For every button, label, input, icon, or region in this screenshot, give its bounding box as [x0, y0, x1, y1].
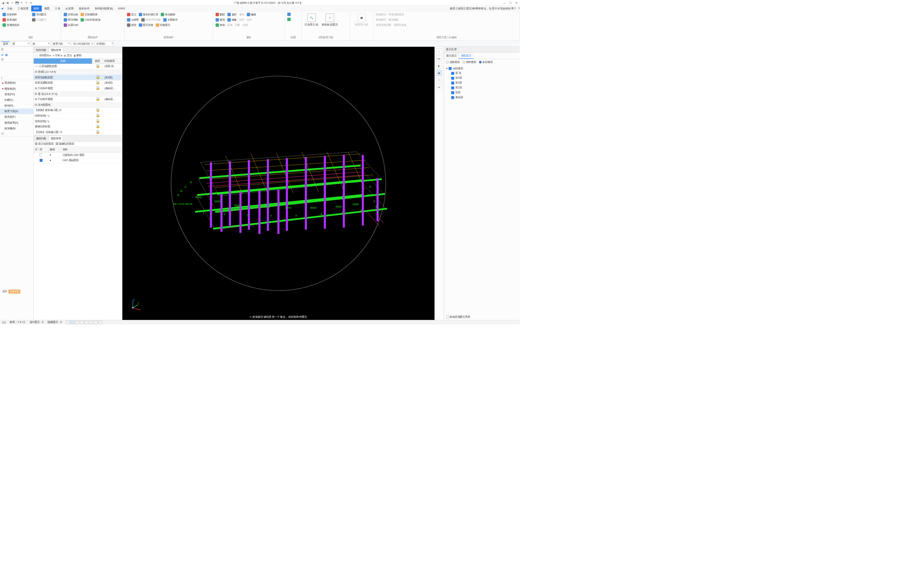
radio-current-floor[interactable]: 当前楼层 — [446, 60, 460, 64]
open-icon[interactable]: ⤢ — [11, 1, 14, 5]
status-icon-8[interactable] — [99, 321, 102, 324]
show-layer-button[interactable]: ▦ 显示指定图层 — [35, 142, 53, 146]
status-icon-2[interactable] — [71, 321, 74, 324]
define-button[interactable]: 定义 — [126, 12, 137, 17]
trim-button[interactable]: 修剪 — [239, 12, 245, 17]
status-icon-5[interactable] — [85, 321, 89, 324]
apply-same-button[interactable]: 应用同名板 — [393, 23, 407, 27]
fullscreen-icon[interactable]: ⛶ — [436, 77, 442, 83]
floor-node[interactable]: 屋 顶 — [446, 71, 518, 76]
copy-rebar-button[interactable]: 复制钢筋 — [388, 18, 400, 22]
locate-button[interactable]: ⊕ 定位 — [64, 53, 72, 57]
drawing-row[interactable]: 【结构】 结构施工图 +2🔓 — [34, 130, 122, 135]
floor-node[interactable]: 基础层 — [446, 95, 518, 100]
leftnav-item[interactable]: 柱帽(V) — [0, 97, 33, 103]
select-tab[interactable]: 选择 — [1, 41, 10, 46]
merge-button[interactable]: 合并 — [246, 18, 253, 22]
settings-icon[interactable]: ⚙ — [436, 84, 442, 90]
length-dim-button[interactable]: 长度标注 — [162, 18, 179, 22]
status-icon-4[interactable] — [80, 321, 84, 324]
align-button[interactable]: 对齐 — [239, 18, 245, 22]
view-cube-icon[interactable]: ▦ — [436, 70, 442, 76]
batch-select-button[interactable]: 批量选择 — [2, 18, 60, 22]
pick-component-button[interactable]: 拾取构件 — [2, 12, 60, 17]
new-icon[interactable]: ▤ — [6, 1, 10, 5]
aux-axis-button[interactable]: 两点辅轴 — [160, 12, 176, 17]
leftnav-item[interactable]: 楼层板带(H) — [0, 120, 33, 126]
view-layout-button[interactable]: 查看布筋情况 — [388, 12, 405, 17]
drawing-row[interactable]: 柱子结构平面图🔓(基础层,... — [34, 86, 122, 92]
edit-label-button[interactable]: 查改标注 — [375, 18, 387, 22]
mirror-button[interactable]: 镜像 — [226, 18, 237, 22]
maximize-icon[interactable]: ▢ — [509, 0, 513, 5]
set-scale-button[interactable]: 设置比例 — [63, 12, 79, 17]
sel-category[interactable]: 板 — [31, 41, 50, 46]
floor-node[interactable]: 首层 — [446, 90, 518, 95]
layer-row[interactable]: ▸CAD 原始图层 — [34, 158, 122, 163]
sel-spec[interactable]: SLJ-A10@150 — [72, 42, 94, 46]
drawing-row[interactable]: 结构说明(一)🔓 — [34, 113, 122, 119]
delete-button[interactable]: 删除 — [215, 12, 226, 17]
drawing-row[interactable]: ⊟ 未对应图纸 — [34, 102, 122, 108]
rotate-button[interactable]: 旋转 — [226, 12, 237, 17]
status-icon-1[interactable] — [66, 321, 70, 324]
drawing-row[interactable]: 四层顶梁配筋图🔓(第4层) — [34, 80, 122, 86]
tab-property-list[interactable]: 属性列表 — [34, 135, 48, 141]
tab-tools[interactable]: 工具 — [53, 5, 63, 11]
undo-icon[interactable]: ↶ — [20, 1, 24, 5]
tab-project-settings[interactable]: 工程设置 — [15, 5, 31, 11]
tab-modeling[interactable]: 建模 — [31, 5, 42, 11]
leftnav-item[interactable]: 现浇板(B) — [0, 80, 33, 86]
tab-collab[interactable]: 协同建模(限免) — [92, 5, 115, 11]
highlight-other-checkbox[interactable]: 其他区域图元亮显 — [444, 314, 472, 319]
status-icon-6[interactable] — [89, 321, 93, 324]
leftnav-item[interactable]: 螺旋板(B) — [0, 86, 33, 92]
tab-cost[interactable]: 造价协作 — [76, 5, 92, 11]
sel-level[interactable]: 层 — [11, 41, 30, 46]
find-replace-button[interactable]: 查找替换 — [63, 18, 79, 22]
split-button[interactable]: ✂ 分割 ▾ — [53, 53, 62, 57]
close-icon[interactable]: ✕ — [514, 0, 518, 5]
offset-button[interactable]: 偏移 — [246, 12, 257, 17]
subtab-element[interactable]: 图元显示 — [444, 53, 459, 59]
sel-layer[interactable]: 分层板1 — [95, 41, 114, 46]
check-rebar-button[interactable]: ✓校核板筋图元 — [320, 12, 339, 35]
leftnav-item[interactable]: 板加腋(B) — [0, 126, 33, 131]
break-button[interactable]: 打断 — [234, 23, 241, 27]
save-icon[interactable]: 💾 — [15, 1, 19, 5]
filter-element-button[interactable]: 过滤图元 — [31, 18, 47, 22]
lock-button[interactable]: 锁定 — [126, 23, 137, 27]
drawing-row[interactable]: 一~三层顶梁配筋图🔓(首层,第... — [34, 64, 122, 69]
drawing-row[interactable]: 【建施】建筑施工图_t3🔓 — [34, 108, 122, 113]
select-by-property-button[interactable]: 按属性选择 — [2, 23, 60, 27]
list-view-icon[interactable]: ☰ — [1, 53, 4, 56]
drawing-row[interactable]: 四层顶板配筋图🔓(第4层) — [34, 75, 122, 81]
extend-button[interactable]: 延伸 — [226, 23, 233, 27]
drawing-row[interactable]: ⊟ 第4层 (11~14.4) — [34, 69, 122, 75]
radio-adjacent-floor[interactable]: 相邻楼层 — [463, 60, 476, 64]
viewport-3d[interactable]: ABCD 25003300 50005000 37506000 50003300… — [122, 47, 435, 320]
layout-rebar-button[interactable]: ▦布置受力筋 — [352, 12, 371, 40]
swap-label-button[interactable]: 交换标注 — [375, 12, 387, 17]
leftnav-item[interactable]: 板负筋(F) — [0, 114, 33, 120]
grid-view-icon[interactable]: ▦ — [5, 53, 8, 56]
view-range-button[interactable]: 查看布筋范围 — [375, 23, 392, 27]
save-element-button[interactable]: 图元存盘 — [138, 23, 154, 27]
copy-button[interactable]: 复制 — [215, 18, 226, 22]
subtab-floor[interactable]: 楼层显示 — [459, 53, 473, 59]
find-element-button[interactable]: 查找图元 — [31, 12, 47, 17]
support-item[interactable]: 支护 免费试用 — [0, 288, 33, 295]
tab-drawing-manage[interactable]: 图纸管理 — [48, 47, 63, 53]
status-icon-7[interactable] — [94, 321, 97, 324]
floor-node[interactable]: 第3层 — [446, 81, 518, 85]
leftnav-item[interactable]: 板洞(N) — [0, 103, 33, 109]
copy-to-floor-button[interactable]: 复制到其它层 — [138, 12, 159, 17]
floor-node[interactable]: 第4层 — [446, 76, 518, 81]
draw-line-button[interactable] — [286, 17, 300, 21]
minimize-icon[interactable]: — — [502, 0, 507, 5]
orbit-icon[interactable]: ○ — [436, 48, 442, 54]
tab-component-list[interactable]: 构件列表 — [34, 47, 48, 53]
move-button[interactable]: 移动 — [215, 23, 226, 27]
hide-layer-button[interactable]: ▦ 隐藏指定图层 — [55, 142, 74, 146]
add-drawing-button[interactable]: 📄 添加图纸 ▾ — [35, 53, 51, 57]
